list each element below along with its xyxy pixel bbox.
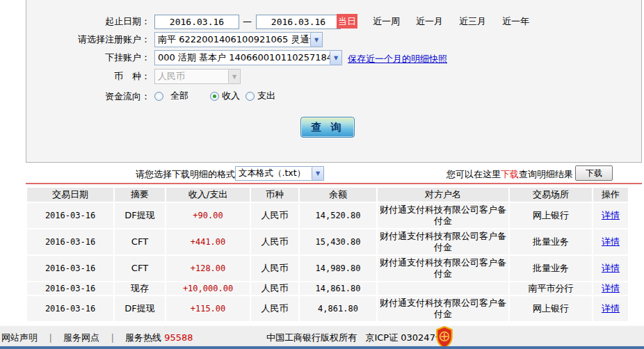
cell-balance: 14,989.80 [300,256,376,281]
cell-amount: +10,000.00 [166,282,250,295]
detail-link[interactable]: 详情 [602,263,620,273]
radio-expense[interactable] [245,92,255,101]
save-snapshot-link[interactable]: 保存近一个月的明细快照 [348,53,447,65]
cell-currency: 人民币 [251,203,298,228]
col-header-summary: 摘要 [115,188,165,202]
cell-venue: 网上银行 [510,296,592,321]
hotline-number: 95588 [164,332,193,343]
cell-action: 详情 [593,256,628,281]
cell-counterparty: 财付通支付科技有限公司客户备付金 [378,296,508,321]
table-top-rule [26,183,642,184]
cell-currency: 人民币 [251,282,298,295]
radio-income-label: 收入 [222,90,240,102]
cell-currency: 人民币 [251,256,298,281]
cell-action: 详情 [593,296,628,321]
icp-number: 京ICP证 030247号 [365,332,444,343]
radio-expense-label: 支出 [257,90,275,102]
download-button[interactable]: 下载 [575,165,613,181]
registered-account-label: 请选择注册账户： [28,32,150,47]
cell-venue: 南平市分行 [510,282,592,295]
download-hint: 您可以在这里下载查询明细结果 [446,168,573,181]
cell-action: 详情 [593,229,628,254]
table-row: 2016-03-16 DF提现 +90.00 人民币 14,520.80 财付通… [27,203,628,228]
sub-account-label: 下挂账户： [28,50,150,65]
last-3-months-link[interactable]: 近三月 [459,14,486,29]
table-header-row: 交易日期 摘要 收入/支出 币种 余额 对方户名 交易场所 操作 [27,188,628,202]
last-year-link[interactable]: 近一年 [502,14,529,29]
col-header-amount: 收入/支出 [166,188,250,202]
col-header-balance: 余额 [300,188,376,202]
cell-venue: 批量业务 [510,229,592,254]
cell-balance: 14,520.80 [300,203,376,228]
copyright-text: 中国工商银行版权所有 [266,332,357,343]
today-button[interactable]: 当日 [337,14,357,29]
cell-currency: 人民币 [251,296,298,321]
cell-balance: 4,861.80 [300,296,376,321]
chevron-down-icon: ▼ [228,70,240,83]
detail-link[interactable]: 详情 [602,283,620,293]
registered-account-select[interactable]: 南平 6222001406100921065 灵通卡 ▼ [154,32,323,47]
icbc-transaction-query-page: 起止日期： — 当日 近一周 近一月 近三月 近一年 请选择注册账户： 南平 6… [0,0,644,349]
cell-date: 2016-03-16 [27,296,113,321]
cell-date: 2016-03-16 [27,229,113,254]
sub-account-value: 000 活期 基本户 1406600101102571848 [155,51,330,64]
cell-currency: 人民币 [251,229,298,254]
icp-badge-icon [435,326,453,348]
currency-select: 人民币 ▼ [154,69,241,84]
download-hint-link[interactable]: 下载 [501,169,519,179]
cell-date: 2016-03-16 [27,282,113,295]
cell-amount: +128.00 [166,256,250,281]
cell-venue: 批量业务 [510,256,592,281]
cell-amount: +90.00 [166,203,250,228]
cell-action: 详情 [593,282,628,295]
transactions-table: 交易日期 摘要 收入/支出 币种 余额 对方户名 交易场所 操作 2016-03… [26,186,629,323]
col-header-currency: 币种 [251,188,298,202]
cell-counterparty [378,282,508,295]
sub-account-select[interactable]: 000 活期 基本户 1406600101102571848 ▼ [154,50,342,65]
site-statement-link[interactable]: 网站声明 [1,332,38,343]
date-to-input[interactable] [256,15,341,29]
currency-label: 币 种： [28,69,150,84]
radio-income[interactable] [210,92,219,101]
detail-link[interactable]: 详情 [602,236,620,247]
registered-account-value: 南平 6222001406100921065 灵通卡 [155,33,310,46]
hotline-label: 服务热线 [125,332,161,343]
table-row: 2016-03-16 CFT +441.00 人民币 15,430.80 财付通… [27,229,628,254]
flow-option-all[interactable]: 全部 [154,90,188,102]
chevron-down-icon: ▼ [312,167,323,180]
cell-summary: 现存 [115,282,165,295]
query-button[interactable]: 查 询 [300,117,355,138]
currency-value: 人民币 [155,70,228,83]
detail-link[interactable]: 详情 [602,210,620,220]
col-header-venue: 交易场所 [510,188,592,202]
cell-counterparty: 财付通支付科技有限公司客户备付金 [378,203,508,228]
download-format-label: 请您选择下载明细的格式 [96,168,235,181]
last-week-link[interactable]: 近一周 [373,14,400,29]
cell-date: 2016-03-16 [27,256,113,281]
chevron-down-icon: ▼ [310,33,322,47]
last-month-link[interactable]: 近一月 [416,14,443,29]
date-range-dash: — [243,15,252,29]
radio-all-label: 全部 [170,90,188,102]
cell-amount: +441.00 [166,229,250,254]
date-range-label: 起止日期： [28,14,150,29]
detail-link[interactable]: 详情 [602,303,620,314]
cell-date: 2016-03-16 [27,203,113,228]
copyright-line: 中国工商银行版权所有 京ICP证 030247号 [266,332,444,344]
table-row: 2016-03-16 DF提现 +115.00 人民币 4,861.80 财付通… [27,296,628,321]
fund-flow-label: 资金流向： [28,89,150,104]
chevron-down-icon: ▼ [330,51,341,65]
service-branches-link[interactable]: 服务网点 [63,332,99,343]
date-from-input[interactable] [154,15,239,29]
cell-action: 详情 [593,203,628,228]
cell-counterparty: 财付通支付科技有限公司客户备付金 [378,256,508,281]
cell-venue: 网上银行 [510,203,592,228]
table-row: 2016-03-16 现存 +10,000.00 人民币 14,861.80 南… [27,282,628,295]
cell-summary: DF提现 [115,296,165,321]
flow-option-expense[interactable]: 支出 [245,90,275,102]
table-row: 2016-03-16 CFT +128.00 人民币 14,989.80 财付通… [27,256,628,281]
flow-option-income[interactable]: 收入 [210,90,240,102]
footer-separator: ｜ [108,332,117,343]
radio-all[interactable] [154,92,163,101]
download-format-select[interactable]: 文本格式（.txt） ▼ [235,166,324,181]
